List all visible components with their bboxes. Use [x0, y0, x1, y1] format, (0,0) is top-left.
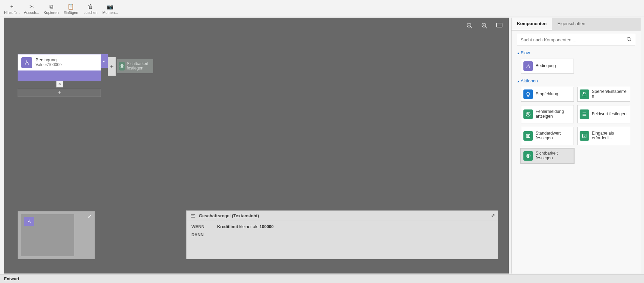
condition-false-branch[interactable]	[18, 70, 101, 81]
tab-properties[interactable]: Eigenschaften	[552, 18, 590, 30]
tile-error[interactable]: Fehlermeldung anzeigen	[521, 105, 574, 123]
zoom-in-icon[interactable]	[481, 22, 488, 29]
textview-then: DANN	[191, 233, 207, 237]
add-button[interactable]: + Hinzufü...	[2, 1, 22, 17]
tile-required[interactable]: Eingabe als erforderli...	[577, 127, 630, 145]
toolbar: + Hinzufü... ✂ Aussch... ⧉ Kopieren 📋 Ei…	[0, 0, 644, 17]
trash-icon: 🗑	[88, 4, 93, 10]
svg-rect-23	[583, 94, 586, 96]
delete-label: Löschen	[83, 11, 98, 15]
svg-line-1	[471, 27, 472, 28]
svg-rect-33	[583, 134, 586, 138]
side-tabs: Komponenten Eigenschaften	[512, 18, 641, 31]
tile-label: Fehlermeldung anzeigen	[536, 109, 572, 119]
tile-label: Empfehlung	[536, 92, 558, 97]
copy-icon: ⧉	[49, 4, 53, 10]
list-icon	[580, 109, 589, 119]
delete-button[interactable]: 🗑 Löschen	[81, 1, 100, 17]
cut-label: Aussch...	[24, 11, 39, 15]
search-wrapper	[517, 34, 635, 45]
tile-label: Standardwert festlegen	[536, 131, 572, 141]
textview-panel: Geschäftsregel (Textansicht) ⤢ WENN Kred…	[186, 210, 498, 259]
lock-icon	[580, 89, 589, 99]
canvas[interactable]: Bedingung Value<100000 ✓ + Sichtbarkeit …	[4, 18, 509, 274]
camera-icon: 📷	[107, 3, 113, 10]
textview-condition: Kreditlimit kleiner als 100000	[217, 224, 274, 229]
visibility-icon	[119, 62, 125, 70]
minimap[interactable]: ⤢	[18, 211, 95, 259]
textview-icon	[190, 214, 195, 218]
copy-label: Kopieren	[44, 11, 59, 15]
condition-node[interactable]: Bedingung Value<100000	[18, 54, 101, 71]
tile-label: Sichtbarkeit festlegen	[536, 151, 572, 161]
svg-rect-30	[526, 134, 530, 137]
main-area: Bedingung Value<100000 ✓ + Sichtbarkeit …	[0, 17, 644, 274]
tile-lock[interactable]: Sperren/Entsperren	[577, 87, 630, 102]
flow-tiles: Bedingung	[517, 59, 635, 74]
tile-setvalue[interactable]: Feldwert festlegen	[577, 105, 630, 123]
side-panel: Komponenten Eigenschaften Flow Bedingung	[511, 18, 641, 274]
condition-false-handle[interactable]: ✕	[56, 81, 63, 87]
snapshot-label: Momen...	[102, 11, 118, 15]
tile-recommendation[interactable]: Empfehlung	[521, 87, 574, 102]
tile-label: Bedingung	[536, 64, 556, 68]
svg-point-34	[527, 155, 529, 157]
status-text: Entwurf	[4, 277, 19, 281]
condition-text: Bedingung Value<100000	[36, 57, 62, 67]
tab-components[interactable]: Komponenten	[512, 18, 552, 30]
add-label: Hinzufü...	[4, 11, 20, 15]
scissors-icon: ✂	[29, 3, 34, 10]
default-icon	[523, 131, 533, 141]
section-flow-header[interactable]: Flow	[517, 50, 635, 55]
minimap-node-icon	[24, 217, 34, 226]
copy-button[interactable]: ⧉ Kopieren	[41, 1, 61, 17]
action-node[interactable]: Sichtbarkeit festlegen	[117, 59, 153, 73]
zoom-out-icon[interactable]	[466, 22, 473, 29]
textview-body: WENN Kreditlimit kleiner als 100000 DANN	[187, 221, 498, 244]
tile-visibility[interactable]: Sichtbarkeit festlegen	[521, 148, 574, 163]
minimap-viewport	[21, 214, 74, 256]
textview-expand-icon[interactable]: ⤢	[491, 213, 495, 218]
svg-rect-7	[497, 23, 502, 27]
textview-title: Geschäftsregel (Textansicht)	[199, 213, 259, 218]
snapshot-button[interactable]: 📷 Momen...	[100, 1, 120, 17]
condition-title: Bedingung	[36, 57, 62, 62]
action-tiles: Empfehlung Sperren/Entsperren Fehlermeld…	[517, 87, 635, 163]
required-icon	[580, 131, 589, 141]
paste-label: Einfügen	[63, 11, 78, 15]
condition-icon	[523, 61, 533, 71]
paste-button[interactable]: 📋 Einfügen	[61, 1, 81, 17]
visibility-icon	[523, 151, 533, 161]
status-bar: Entwurf	[0, 274, 644, 283]
minimap-expand-icon[interactable]: ⤢	[88, 214, 92, 219]
cut-button[interactable]: ✂ Aussch...	[22, 1, 41, 17]
tile-label: Sperren/Entsperren	[592, 89, 628, 99]
tile-label: Eingabe als erforderli...	[592, 131, 628, 141]
lightbulb-icon	[523, 89, 533, 99]
svg-point-18	[627, 37, 630, 40]
condition-true-handle[interactable]: ✓	[101, 54, 108, 68]
condition-icon	[21, 57, 32, 68]
textview-header: Geschäftsregel (Textansicht) ⤢	[187, 211, 498, 221]
add-east-button[interactable]: +	[108, 57, 116, 76]
error-icon	[523, 109, 533, 119]
action-label: Sichtbarkeit festlegen	[127, 62, 151, 70]
search-icon[interactable]	[626, 37, 632, 42]
fit-screen-icon[interactable]	[496, 22, 503, 29]
svg-line-4	[485, 27, 487, 28]
textview-when: WENN	[191, 224, 207, 229]
flow-root: Bedingung Value<100000	[18, 54, 101, 71]
section-actions-header[interactable]: Aktionen	[517, 78, 635, 83]
add-south-button[interactable]: +	[18, 89, 101, 97]
condition-expression: Value<100000	[36, 62, 62, 67]
side-body: Flow Bedingung Aktionen Empfehlung	[512, 31, 641, 274]
search-input[interactable]	[517, 34, 635, 45]
tile-label: Feldwert festlegen	[592, 112, 626, 117]
svg-line-19	[630, 40, 631, 41]
paste-icon: 📋	[67, 3, 74, 10]
tile-condition[interactable]: Bedingung	[521, 59, 574, 74]
plus-icon: +	[10, 4, 13, 10]
svg-point-11	[121, 65, 123, 67]
canvas-tools	[466, 22, 503, 29]
tile-default[interactable]: Standardwert festlegen	[521, 127, 574, 145]
